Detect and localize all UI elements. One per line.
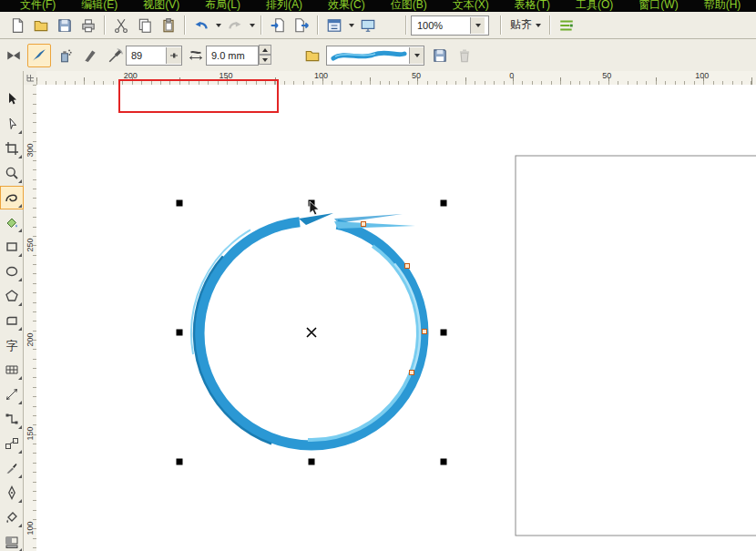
vertical-ruler-labels: 300250200150100 [24,103,36,551]
menu-item[interactable]: 效果(C) [315,0,378,12]
zoom-tool[interactable] [0,161,24,185]
snap-to-dropdown[interactable]: 贴齐 [506,15,546,36]
text-tool[interactable]: 字 [0,333,24,357]
import-button[interactable] [266,14,290,37]
menu-item[interactable]: 工具(O) [563,0,626,12]
open-folder-icon [33,17,49,34]
vertical-ruler[interactable]: 300250200150100 [24,85,37,551]
pressure-mode-button[interactable] [104,44,128,67]
delete-stroke-button[interactable] [453,44,476,67]
menu-item[interactable]: 排列(A) [253,0,315,12]
calligraphic-mode-button[interactable] [78,44,102,67]
basic-shapes-icon [5,313,19,328]
shape-tool[interactable] [0,112,24,136]
pick-tool[interactable] [0,87,24,111]
redo-dropdown[interactable] [247,15,257,36]
cut-button[interactable] [109,14,133,37]
basic-shapes-tool[interactable] [0,309,24,332]
ruler-label: 0 [464,71,559,80]
spin-down-button[interactable] [259,55,271,65]
chevron-down-icon [414,54,420,57]
menu-item[interactable]: 文本(X) [440,0,502,12]
zoom-level-combobox[interactable]: 100% [411,15,489,36]
rectangle-tool[interactable] [0,235,24,259]
smoothing-field[interactable]: 89 [126,46,182,66]
toolbar-separator [261,15,262,35]
artistic-media-tool[interactable] [0,186,24,209]
connector-tool[interactable] [0,407,24,431]
slider-icon [169,51,179,60]
menu-item[interactable]: 文件(F) [7,0,68,12]
ruler-label: 150 [179,71,274,80]
preset-mode-button[interactable] [2,44,26,67]
polygon-tool[interactable] [0,284,24,308]
eyedropper-tool[interactable] [0,456,24,480]
trash-icon [456,47,473,64]
outline-pen-icon [5,485,19,500]
stroke-width-field[interactable]: 9.0 mm [206,46,259,66]
menu-item[interactable]: 帮助(H) [691,0,754,12]
ruler-origin[interactable] [24,71,37,86]
welcome-screen-button[interactable] [356,14,380,37]
horizontal-ruler[interactable]: 20015010050050100 [36,71,756,86]
copy-icon [137,17,153,34]
stroke-width-value: 9.0 mm [207,50,258,61]
alignment-guides-icon [558,17,575,34]
menu-item[interactable]: 窗口(W) [626,0,690,12]
toolbar-separator [405,15,407,35]
brush-icon [31,47,47,64]
table-tool[interactable] [0,358,24,382]
save-button[interactable] [53,14,77,37]
undo-icon [193,17,209,34]
welcome-screen-icon [360,17,376,34]
folder-icon [304,47,321,64]
undo-button[interactable] [189,14,213,37]
export-button[interactable] [290,14,313,37]
outline-pen-tool[interactable] [0,481,24,505]
pick-arrow-icon [5,92,19,107]
menu-item[interactable]: 布局(L) [192,0,253,12]
stroke-list-combobox[interactable] [326,46,424,66]
new-document-button[interactable] [5,14,29,37]
application-launcher-button[interactable] [322,14,346,37]
artistic-media-icon [5,190,19,205]
menu-item[interactable]: 编辑(E) [68,0,130,12]
menu-item[interactable]: 位图(B) [378,0,440,12]
alignment-guides-button[interactable] [555,14,578,37]
pressure-pen-icon [107,47,124,64]
brush-mode-button[interactable] [27,44,51,67]
undo-dropdown[interactable] [213,15,223,36]
sprayer-mode-button[interactable] [53,44,77,67]
text-tool-icon: 字 [6,340,18,352]
smart-fill-tool[interactable] [0,210,24,234]
dimension-tool[interactable] [0,383,24,406]
application-launcher-icon [326,17,342,34]
zoom-combo-arrow[interactable] [470,17,485,34]
spin-up-button[interactable] [259,45,271,55]
ellipse-tool[interactable] [0,260,24,283]
blend-tool[interactable] [0,432,24,455]
smoothing-slider-button[interactable] [166,47,181,64]
fill-tool[interactable] [0,505,24,529]
chevron-up-icon [262,48,268,52]
print-button[interactable] [77,14,100,37]
chevron-down-icon [349,24,354,27]
connector-icon [5,412,19,426]
stroke-list-arrow[interactable] [409,47,424,64]
save-stroke-button[interactable] [428,44,452,67]
crop-tool[interactable] [0,137,24,160]
application-launcher-dropdown[interactable] [346,15,356,36]
property-bar: 89 9.0 mm [0,39,756,72]
stroke-width-icon-wrap [188,47,204,64]
ruler-label: 50 [369,71,465,80]
copy-button[interactable] [133,14,157,37]
browse-button[interactable] [301,44,324,67]
paste-button[interactable] [157,14,180,37]
interactive-fill-tool[interactable] [0,530,24,551]
menu-item[interactable]: 表格(T) [502,0,563,12]
redo-button[interactable] [223,14,247,37]
drawing-canvas[interactable] [36,85,756,551]
save-icon [432,47,448,64]
menu-item[interactable]: 视图(V) [130,0,192,12]
open-button[interactable] [29,14,53,37]
